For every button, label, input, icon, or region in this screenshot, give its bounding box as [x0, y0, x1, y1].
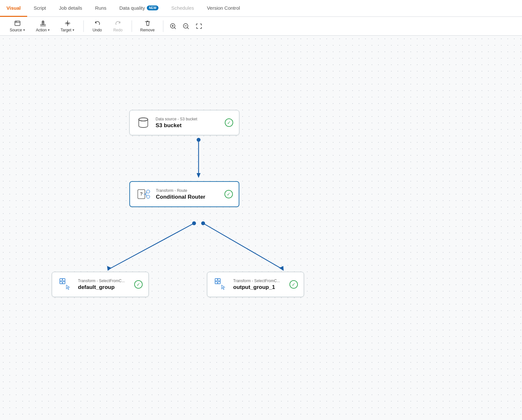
toolbar: Source ▼ Action ▼ Target Target	[0, 17, 522, 36]
default-group-status-check: ✓	[134, 280, 143, 289]
divider-2	[132, 20, 132, 32]
svg-text:?: ?	[140, 191, 143, 196]
action-button[interactable]: Action ▼	[31, 18, 55, 34]
tab-version-control[interactable]: Version Control	[201, 0, 247, 17]
svg-rect-33	[215, 279, 220, 284]
zoom-out-button[interactable]	[180, 20, 192, 32]
source-dropdown-arrow: ▼	[23, 28, 26, 32]
svg-marker-17	[279, 266, 284, 271]
svg-point-25	[147, 190, 150, 193]
svg-point-20	[201, 221, 205, 225]
action-dropdown-arrow: ▼	[47, 28, 50, 32]
s3-bucket-status-check: ✓	[225, 118, 233, 127]
svg-rect-0	[15, 21, 20, 26]
svg-line-16	[203, 223, 281, 269]
svg-line-14	[110, 223, 194, 269]
source-icon	[14, 20, 21, 27]
action-icon	[39, 20, 47, 27]
svg-rect-28	[60, 279, 65, 284]
svg-marker-15	[107, 266, 112, 271]
conditional-router-icon: ?	[136, 186, 151, 202]
undo-icon	[94, 20, 101, 27]
target-icon	[64, 20, 71, 27]
tab-script[interactable]: Script	[27, 0, 52, 17]
redo-button[interactable]: Redo	[108, 18, 128, 34]
output-group-1-node[interactable]: Transform - SelectFromC... output_group_…	[207, 272, 304, 297]
divider-1	[83, 20, 84, 32]
fit-screen-button[interactable]	[193, 20, 205, 32]
svg-point-19	[192, 221, 196, 225]
tab-visual[interactable]: Visual	[0, 0, 27, 17]
conditional-router-node[interactable]: ? Transform - Route Conditional Router ✓	[129, 181, 239, 207]
remove-icon	[144, 20, 151, 27]
default-group-icon	[58, 277, 73, 292]
target-dropdown-arrow: ▼	[72, 28, 75, 32]
undo-button[interactable]: Undo	[88, 18, 107, 34]
redo-icon	[114, 20, 122, 27]
zoom-in-button[interactable]	[167, 20, 179, 32]
output-group-1-icon	[213, 277, 229, 292]
tab-job-details[interactable]: Job details	[52, 0, 89, 17]
svg-line-11	[188, 28, 189, 29]
connections-svg	[0, 36, 522, 420]
output-group-1-status-check: ✓	[289, 280, 298, 289]
tab-schedules[interactable]: Schedules	[165, 0, 201, 17]
tab-bar: Visual Script Job details Runs Data qual…	[0, 0, 522, 17]
s3-bucket-node[interactable]: Data source - S3 bucket S3 bucket ✓	[129, 110, 239, 135]
target-button[interactable]: Target Target ▼	[56, 18, 79, 34]
new-badge: New	[147, 6, 158, 10]
source-button[interactable]: Source ▼	[5, 18, 30, 34]
remove-button[interactable]: Remove	[136, 18, 159, 34]
s3-bucket-icon	[136, 115, 151, 130]
tab-runs[interactable]: Runs	[89, 0, 113, 17]
svg-marker-13	[197, 173, 201, 178]
svg-point-18	[197, 138, 201, 142]
conditional-router-status-check: ✓	[224, 190, 233, 198]
canvas[interactable]: Data source - S3 bucket S3 bucket ✓ ? Tr…	[0, 36, 522, 420]
default-group-node[interactable]: Transform - SelectFromC... default_group…	[52, 272, 149, 297]
divider-3	[163, 20, 163, 32]
svg-line-8	[175, 28, 176, 29]
tab-data-quality[interactable]: Data quality New	[113, 0, 165, 17]
svg-point-26	[147, 195, 150, 198]
